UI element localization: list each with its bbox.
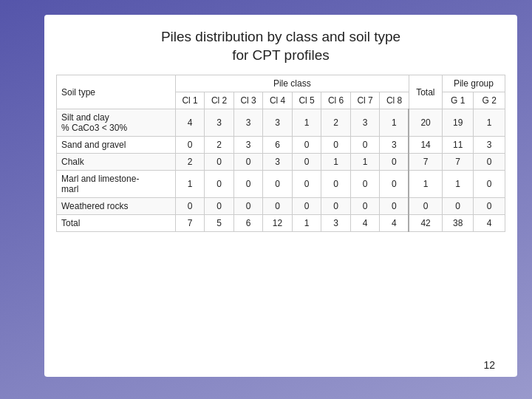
- data-cell: 2: [205, 137, 234, 154]
- col-cl8: Cl 8: [380, 92, 409, 109]
- table-row: Chalk20030110770: [57, 154, 505, 171]
- data-cell: 3: [474, 137, 505, 154]
- data-cell: 0: [350, 198, 380, 215]
- data-cell: 5: [205, 215, 234, 232]
- col-cl1: Cl 1: [175, 92, 205, 109]
- data-cell: 1: [442, 171, 474, 198]
- data-cell: 3: [263, 154, 293, 171]
- pile-class-header: Pile class: [175, 75, 409, 92]
- data-cell: 7: [409, 154, 442, 171]
- data-cell: 2: [321, 109, 351, 137]
- data-cell: 0: [292, 137, 321, 154]
- soil-type-cell: Weathered rocks: [57, 198, 176, 215]
- data-cell: 7: [442, 154, 474, 171]
- data-cell: 4: [474, 215, 505, 232]
- data-cell: 3: [350, 109, 380, 137]
- data-cell: 0: [380, 171, 409, 198]
- data-cell: 0: [409, 198, 442, 215]
- data-cell: 0: [175, 137, 205, 154]
- soil-type-cell: Silt and clay % CaCo3 < 30%: [57, 109, 176, 137]
- table-row: Total75612134442384: [57, 215, 505, 232]
- data-cell: 12: [263, 215, 293, 232]
- data-cell: 19: [442, 109, 474, 137]
- data-cell: 11: [442, 137, 474, 154]
- col-cl7: Cl 7: [350, 92, 380, 109]
- data-cell: 6: [233, 215, 263, 232]
- data-cell: 0: [292, 198, 321, 215]
- data-cell: 0: [292, 171, 321, 198]
- data-cell: 4: [380, 215, 409, 232]
- data-cell: 0: [263, 171, 293, 198]
- data-cell: 4: [350, 215, 380, 232]
- data-cell: 0: [205, 198, 234, 215]
- data-cell: 0: [474, 154, 505, 171]
- data-cell: 7: [175, 215, 205, 232]
- data-cell: 1: [474, 109, 505, 137]
- data-cell: 20: [409, 109, 442, 137]
- data-cell: 4: [175, 109, 205, 137]
- data-cell: 0: [292, 154, 321, 171]
- data-cell: 3: [321, 215, 351, 232]
- header-group-row: Soil type Pile class Total Pile group: [57, 75, 505, 92]
- data-cell: 0: [175, 198, 205, 215]
- data-cell: 0: [380, 154, 409, 171]
- data-cell: 1: [409, 171, 442, 198]
- data-cell: 3: [263, 109, 293, 137]
- col-cl5: Cl 5: [292, 92, 321, 109]
- total-header: Total: [409, 75, 442, 109]
- data-cell: 0: [205, 154, 234, 171]
- data-cell: 0: [321, 171, 351, 198]
- data-cell: 1: [175, 171, 205, 198]
- data-cell: 38: [442, 215, 474, 232]
- soil-type-cell: Total: [57, 215, 176, 232]
- data-cell: 0: [442, 198, 474, 215]
- data-cell: 0: [233, 171, 263, 198]
- col-cl3: Cl 3: [233, 92, 263, 109]
- data-cell: 0: [321, 198, 351, 215]
- col-g1: G 1: [442, 92, 474, 109]
- data-cell: 0: [474, 171, 505, 198]
- data-cell: 0: [380, 198, 409, 215]
- data-cell: 14: [409, 137, 442, 154]
- soil-type-cell: Marl and limestone- marl: [57, 171, 176, 198]
- col-cl2: Cl 2: [205, 92, 234, 109]
- data-cell: 0: [474, 198, 505, 215]
- col-cl6: Cl 6: [321, 92, 351, 109]
- soil-type-header: Soil type: [57, 75, 176, 109]
- table-body: Silt and clay % CaCo3 < 30%4333123120191…: [57, 109, 505, 232]
- data-cell: 0: [205, 171, 234, 198]
- table-wrapper: Soil type Pile class Total Pile group Cl…: [44, 75, 517, 239]
- white-card: Piles distribution by class and soil typ…: [44, 15, 517, 377]
- data-cell: 3: [380, 137, 409, 154]
- soil-type-cell: Sand and gravel: [57, 137, 176, 154]
- data-cell: 42: [409, 215, 442, 232]
- data-cell: 1: [350, 154, 380, 171]
- data-cell: 0: [350, 137, 380, 154]
- table-row: Silt and clay % CaCo3 < 30%4333123120191: [57, 109, 505, 137]
- data-cell: 6: [263, 137, 293, 154]
- data-cell: 0: [233, 198, 263, 215]
- data-cell: 0: [233, 154, 263, 171]
- col-cl4: Cl 4: [263, 92, 293, 109]
- data-cell: 3: [233, 109, 263, 137]
- page-number: 12: [483, 359, 495, 371]
- data-cell: 1: [380, 109, 409, 137]
- data-cell: 1: [292, 109, 321, 137]
- data-cell: 1: [321, 154, 351, 171]
- data-cell: 1: [292, 215, 321, 232]
- data-cell: 3: [233, 137, 263, 154]
- pile-group-header: Pile group: [442, 75, 505, 92]
- page-container: Piles distribution by class and soil typ…: [0, 0, 532, 399]
- data-cell: 0: [263, 198, 293, 215]
- soil-type-cell: Chalk: [57, 154, 176, 171]
- data-cell: 0: [321, 137, 351, 154]
- data-cell: 2: [175, 154, 205, 171]
- data-table: Soil type Pile class Total Pile group Cl…: [56, 75, 505, 232]
- data-cell: 3: [205, 109, 234, 137]
- col-g2: G 2: [474, 92, 505, 109]
- page-title: Piles distribution by class and soil typ…: [44, 15, 517, 75]
- table-row: Marl and limestone- marl10000000110: [57, 171, 505, 198]
- data-cell: 0: [350, 171, 380, 198]
- table-row: Sand and gravel0236000314113: [57, 137, 505, 154]
- table-row: Weathered rocks00000000000: [57, 198, 505, 215]
